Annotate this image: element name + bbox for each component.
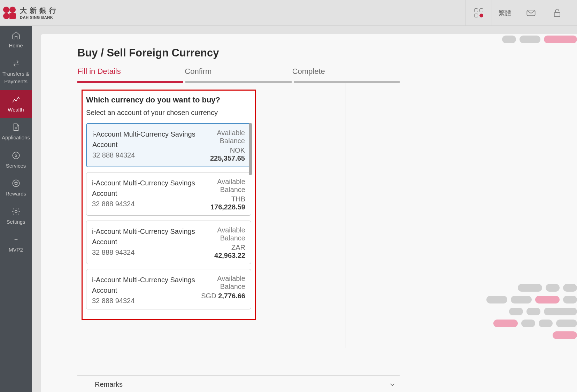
nav-label: Services: [6, 162, 26, 170]
side-nav: Home Transfers & Payments Wealth Applica…: [0, 26, 32, 392]
svg-rect-3: [9, 13, 16, 19]
nav-transfers[interactable]: Transfers & Payments: [0, 54, 32, 90]
balance-label: Available Balance: [200, 275, 245, 291]
language-toggle[interactable]: 繁體: [492, 0, 518, 26]
chevron-down-icon: [388, 381, 396, 389]
account-card[interactable]: i-Account Multi-Currency Savings Account…: [86, 221, 251, 264]
scrollbar[interactable]: [249, 123, 252, 175]
balance-label: Available Balance: [200, 178, 245, 194]
account-number: 32 888 94324: [92, 200, 200, 208]
services-icon: $: [11, 151, 21, 160]
rewards-icon: [11, 179, 21, 188]
nav-label: MVP2: [9, 246, 23, 254]
question-title: Which currency do you want to buy?: [86, 95, 251, 105]
nav-rewards[interactable]: Rewards: [0, 174, 32, 202]
home-icon: [11, 31, 21, 40]
balance-amount: SGD 2,776.66: [200, 292, 245, 300]
gear-icon: [11, 207, 21, 216]
nav-label: Transfers & Payments: [1, 70, 30, 86]
nav-services[interactable]: $ Services: [0, 146, 32, 174]
step-confirm: Confirm: [185, 67, 292, 81]
nav-home[interactable]: Home: [0, 26, 32, 54]
account-name: i-Account Multi-Currency Savings Account: [92, 129, 199, 150]
apps-icon: [474, 8, 484, 18]
decoration: [502, 36, 577, 47]
account-card[interactable]: i-Account Multi-Currency Savings Account…: [86, 269, 251, 309]
nav-wealth[interactable]: Wealth: [0, 90, 32, 118]
apps-menu-button[interactable]: [466, 0, 492, 26]
content-panel: Buy / Sell Foreign Currency Fill in Deta…: [41, 34, 577, 392]
header-bar: 大新銀行 DAH SING BANK 繁體: [0, 0, 577, 26]
remarks-label: Remarks: [95, 381, 123, 389]
account-name: i-Account Multi-Currency Savings Account: [92, 275, 200, 295]
nav-settings[interactable]: Settings: [0, 202, 32, 230]
svg-rect-4: [527, 10, 535, 15]
bank-name-cn: 大新銀行: [20, 6, 59, 15]
bank-name-en: DAH SING BANK: [20, 15, 59, 20]
nav-label: Settings: [6, 218, 25, 226]
messages-button[interactable]: [518, 0, 544, 26]
nav-label: Home: [9, 42, 23, 50]
decoration: [486, 284, 577, 343]
progress-bar: [77, 81, 400, 83]
balance-amount: THB 176,228.59: [200, 195, 245, 211]
nav-label: Wealth: [8, 106, 24, 114]
svg-rect-5: [554, 12, 560, 16]
nav-applications[interactable]: Applications: [0, 118, 32, 146]
account-name: i-Account Multi-Currency Savings Account: [92, 226, 200, 247]
envelope-icon: [526, 8, 536, 18]
application-icon: [11, 123, 21, 132]
nav-label: Applications: [2, 134, 30, 142]
remarks-toggle[interactable]: Remarks: [77, 375, 400, 392]
svg-text:$: $: [15, 153, 17, 158]
dash-icon: [11, 235, 21, 244]
balance-amount: NOK 225,357.65: [199, 146, 245, 162]
bank-logo: 大新銀行 DAH SING BANK: [2, 5, 59, 21]
svg-point-1: [9, 7, 16, 13]
account-list: i-Account Multi-Currency Savings Account…: [86, 123, 251, 309]
logo-icon: [2, 5, 17, 21]
account-number: 32 888 94324: [92, 248, 200, 256]
account-number: 32 888 94324: [92, 151, 199, 159]
step-fill-details: Fill in Details: [77, 67, 185, 81]
step-complete: Complete: [292, 67, 400, 81]
svg-point-0: [3, 7, 9, 13]
balance-label: Available Balance: [200, 226, 245, 242]
lock-icon: [552, 8, 562, 18]
wealth-icon: [11, 95, 21, 104]
progress-steps: Fill in Details Confirm Complete: [77, 67, 400, 81]
svg-point-9: [15, 210, 17, 213]
question-subtitle: Select an account of your chosen currenc…: [86, 109, 251, 117]
account-number: 32 888 94324: [92, 297, 200, 305]
account-card[interactable]: i-Account Multi-Currency Savings Account…: [86, 123, 251, 167]
nav-label: Rewards: [6, 190, 26, 198]
account-name: i-Account Multi-Currency Savings Account: [92, 178, 200, 199]
nav-mvp2[interactable]: MVP2: [0, 230, 32, 258]
balance-amount: ZAR 42,963.22: [200, 244, 245, 260]
balance-label: Available Balance: [199, 129, 245, 145]
account-card[interactable]: i-Account Multi-Currency Savings Account…: [86, 172, 251, 216]
logout-button[interactable]: [544, 0, 570, 26]
page-title: Buy / Sell Foreign Currency: [77, 47, 577, 59]
currency-select-panel: Which currency do you want to buy? Selec…: [82, 90, 256, 320]
svg-point-2: [3, 13, 9, 19]
transfer-icon: [11, 59, 21, 68]
